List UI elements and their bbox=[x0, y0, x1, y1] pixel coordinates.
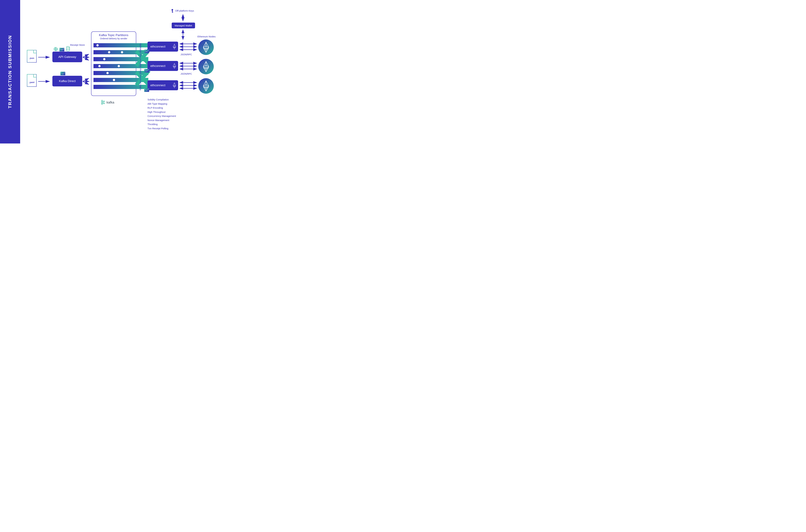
file-json-label: .json bbox=[27, 57, 36, 59]
managed-wallet-box: Managed Wallet bbox=[172, 23, 195, 28]
svg-rect-30 bbox=[172, 12, 173, 12]
svg-rect-29 bbox=[172, 11, 173, 13]
svg-line-6 bbox=[83, 57, 89, 60]
sidebar: TRANSACTION SUBMISSION bbox=[0, 0, 20, 144]
feature-item: Solidity Compilation bbox=[148, 97, 176, 102]
ethereum-nodes-label: Ethereum Nodes bbox=[197, 35, 216, 38]
eth-icon-small bbox=[173, 63, 176, 69]
arrows-ethconnect-3-node bbox=[179, 80, 198, 91]
ethereum-node-2 bbox=[198, 59, 214, 74]
api-gateway-box: API Gateway bbox=[52, 52, 82, 62]
ethconnect-box-1: ethconnect bbox=[148, 42, 178, 52]
feature-item: Throttling bbox=[148, 122, 176, 127]
feature-item: Nonce Management bbox=[148, 118, 176, 122]
eth-icon-small bbox=[173, 44, 176, 49]
kafka-logo: kafka bbox=[101, 100, 114, 105]
kafka-title: Kafka Topic Partitions bbox=[91, 33, 136, 37]
ethconnect-box-3: ethconnect bbox=[148, 80, 178, 90]
offplatform-keys-label: Off-platform Keys bbox=[175, 10, 194, 12]
fanout-arrow-gateway bbox=[83, 53, 91, 61]
svg-line-9 bbox=[83, 81, 89, 84]
kafka-subtitle: Ordered delivery by sender bbox=[91, 37, 136, 40]
file-yaml-label: .yaml bbox=[27, 81, 36, 83]
sidebar-title: TRANSACTION SUBMISSION bbox=[7, 35, 13, 109]
arrow-wallet-ethconnect bbox=[181, 29, 185, 40]
svg-line-17 bbox=[103, 101, 104, 102]
ethconnect-label-2: ethconnect bbox=[150, 64, 166, 68]
gateway-icon-row bbox=[54, 46, 70, 52]
kafka-icon bbox=[101, 100, 105, 105]
diagram-canvas: .json .yaml Receipt Store API Gateway Ka… bbox=[20, 0, 221, 144]
svg-point-28 bbox=[172, 9, 173, 11]
ethconnect-3-envelope-icon bbox=[144, 88, 149, 92]
feature-item: Concurrency Management bbox=[148, 114, 176, 118]
arrow-yaml-to-direct bbox=[38, 80, 51, 83]
kafka-direct-label: Kafka Direct bbox=[59, 79, 76, 83]
feature-item: Txn Receipt Polling bbox=[148, 127, 176, 131]
ethconnect-label-3: ethconnect bbox=[150, 83, 166, 87]
ethereum-node-1 bbox=[198, 39, 214, 55]
ethereum-icon bbox=[203, 80, 210, 91]
file-yaml-icon: .yaml bbox=[27, 74, 37, 87]
svg-point-11 bbox=[101, 102, 103, 103]
arrows-ethconnect-2-node bbox=[179, 61, 198, 71]
ethereum-icon bbox=[203, 61, 210, 72]
proto-label-1: JSON/RPC bbox=[180, 53, 192, 56]
kafka-consumer-group-label: Kafka Consumer Group Scale and High Avai… bbox=[139, 43, 141, 90]
kafka-direct-envelope-icon bbox=[60, 72, 65, 76]
proto-label-2: JSON/RPC bbox=[180, 73, 192, 75]
svg-point-10 bbox=[101, 100, 103, 101]
managed-wallet-label: Managed Wallet bbox=[175, 24, 192, 27]
ethconnect-label-1: ethconnect bbox=[150, 45, 166, 49]
fanout-arrow-direct bbox=[83, 77, 91, 86]
api-gateway-label: API Gateway bbox=[58, 55, 76, 59]
svg-line-18 bbox=[103, 103, 104, 103]
ethconnect-2-envelope-icon bbox=[144, 69, 149, 73]
arrows-ethconnect-1-node bbox=[179, 42, 198, 52]
file-json-icon: .json bbox=[27, 50, 37, 62]
svg-point-12 bbox=[101, 103, 103, 104]
eth-icon-small bbox=[173, 82, 176, 88]
ethereum-icon bbox=[203, 42, 210, 53]
svg-line-4 bbox=[83, 54, 89, 57]
receipt-store-label: Receipt Store bbox=[70, 43, 85, 46]
feature-item: High Throughout bbox=[148, 110, 176, 114]
kafka-direct-box: Kafka Direct bbox=[52, 76, 82, 87]
svg-line-7 bbox=[83, 78, 89, 81]
kafka-brand-label: kafka bbox=[107, 100, 114, 104]
arrow-keys-wallet bbox=[181, 14, 185, 22]
ethconnect-feature-list: Solidity Compilation ABI Type Mapping RL… bbox=[148, 97, 176, 130]
key-icon bbox=[171, 9, 174, 14]
feature-item: RLP Encoding bbox=[148, 106, 176, 110]
ethereum-node-3 bbox=[198, 78, 214, 94]
arrow-json-to-gateway bbox=[38, 56, 51, 59]
feature-item: ABI Type Mapping bbox=[148, 102, 176, 106]
ethconnect-1-envelope-icon bbox=[144, 50, 149, 53]
ethconnect-box-2: ethconnect bbox=[148, 61, 178, 71]
